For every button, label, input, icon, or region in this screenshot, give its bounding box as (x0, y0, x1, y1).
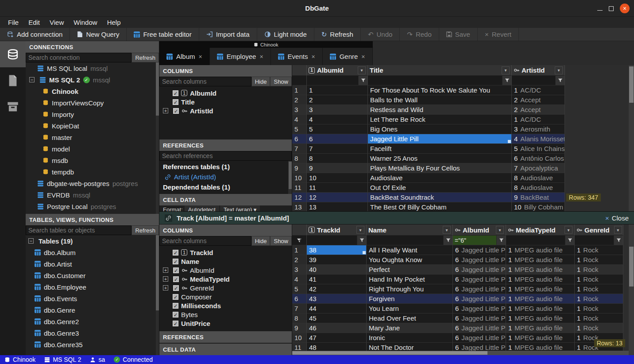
checkbox-checked-icon[interactable]: ✓ (173, 276, 179, 282)
revert-button[interactable]: × Revert (478, 28, 519, 41)
grid-cell[interactable]: Ironic (367, 333, 453, 343)
menu-file[interactable]: File (4, 18, 23, 27)
grid-cell[interactable]: Head Over Feet (367, 314, 453, 323)
grid-cell[interactable]: 1Rock (575, 294, 623, 304)
grid-cell[interactable]: 10 (307, 173, 368, 183)
filter-icon[interactable] (496, 236, 506, 245)
grid-cell[interactable]: 6Jagged Little Pill (453, 284, 506, 294)
search-columns-input[interactable] (159, 236, 251, 246)
grid-cell[interactable]: Warner 25 Anos (368, 154, 512, 163)
close-icon[interactable]: × (311, 53, 315, 60)
import-data-button[interactable]: Import data (199, 28, 257, 41)
grid-cell[interactable]: 12 (307, 193, 368, 202)
save-button[interactable]: Save (439, 28, 478, 41)
track-grid-hscrollbar[interactable] (292, 351, 629, 355)
column-header-trackid[interactable]: 1 TrackId ▾ (307, 225, 367, 236)
filter-albumid-input[interactable] (307, 76, 358, 85)
column-header-title[interactable]: Title ▾ (368, 65, 512, 76)
table-item[interactable]: dbo.Artist (26, 258, 159, 270)
grid-cell[interactable]: You Learn (367, 304, 453, 314)
table-item[interactable]: dbo.Genre3 (26, 327, 159, 339)
grid-cell[interactable]: 7Apocalyptica (512, 163, 565, 173)
hide-button[interactable]: Hide (251, 77, 271, 86)
column-header-artistid[interactable]: ArtistId ▾ (512, 65, 565, 76)
reference-link-track[interactable]: Track (AlbumId) (159, 192, 292, 194)
table-item[interactable]: dbo.Customer (26, 270, 159, 281)
grid-cell[interactable]: 6Jagged Little Pill (453, 245, 506, 255)
grid-cell[interactable]: BackBeat Soundtrack (368, 193, 512, 202)
grid-cell[interactable]: 40 (307, 265, 367, 275)
column-item[interactable]: ✓Bytes (159, 310, 292, 319)
grid-cell[interactable]: 43 (307, 294, 367, 304)
add-connection-button[interactable]: Add connection (0, 28, 70, 41)
column-header-albumid[interactable]: 1 AlbumId ▾ (307, 65, 368, 76)
grid-cell[interactable]: Plays Metallica By Four Cellos (368, 163, 512, 173)
connection-item[interactable]: EVRDB mssql (26, 189, 159, 201)
grid-cell[interactable]: Perfect (367, 265, 453, 275)
database-item[interactable]: Importy (26, 108, 159, 120)
column-header-mediatypeid[interactable]: MediaTypeId ▾ (506, 225, 575, 236)
column-item[interactable]: +✓MediaTypeId (159, 275, 292, 283)
grid-cell[interactable]: 11 (307, 183, 368, 193)
grid-cell[interactable]: Right Through You (367, 284, 453, 294)
grid-cell[interactable]: 1Rock (575, 275, 623, 284)
grid-cell[interactable]: 5 (307, 124, 368, 134)
free-table-editor-button[interactable]: Free table editor (127, 28, 199, 41)
grid-cell[interactable]: Not The Doctor (367, 343, 453, 351)
search-tables-input[interactable] (26, 225, 131, 235)
tables-root[interactable]: − Tables (19) (26, 235, 159, 247)
grid-cell[interactable]: 1MPEG audio file (506, 343, 575, 351)
grid-cell[interactable]: 1Rock (575, 265, 623, 275)
grid-cell[interactable]: Restless and Wild (368, 105, 512, 115)
grid-cell[interactable]: Mary Jane (367, 323, 453, 333)
grid-cell[interactable]: 9 (307, 163, 368, 173)
column-item[interactable]: ✓UnitPrice (159, 319, 292, 328)
grid-cell[interactable]: 1MPEG audio file (506, 323, 575, 333)
new-query-button[interactable]: New Query (70, 28, 127, 41)
menu-view[interactable]: View (45, 18, 68, 27)
grid-cell[interactable]: The Best Of Billy Cobham (368, 202, 512, 211)
expand-icon[interactable]: + (163, 285, 168, 290)
database-item[interactable]: msdb (26, 155, 159, 166)
database-item[interactable]: tempdb (26, 166, 159, 178)
grid-cell[interactable]: 2Accept (512, 105, 565, 115)
grid-cell[interactable]: 8 (307, 154, 368, 163)
checkbox-checked-icon[interactable]: ✓ (173, 90, 178, 96)
grid-cell[interactable]: 1MPEG audio file (506, 333, 575, 343)
grid-cell[interactable]: Audioslave (368, 173, 512, 183)
selected-grid-cell[interactable]: Jagged Little Pill (368, 134, 512, 144)
grid-cell[interactable]: 8Audioslave (512, 173, 565, 183)
expand-icon[interactable]: + (163, 108, 168, 113)
grid-cell[interactable]: 3 (307, 105, 368, 115)
column-item[interactable]: +✓GenreId (159, 283, 292, 292)
close-button[interactable]: × (620, 4, 630, 13)
grid-cell[interactable]: You Oughta Know (367, 255, 453, 265)
table-item[interactable]: dbo.Events (26, 293, 159, 304)
grid-cell[interactable]: 6Jagged Little Pill (453, 265, 506, 275)
grid-cell[interactable]: Facelift (368, 144, 512, 154)
column-item[interactable]: ✓Composer (159, 292, 292, 301)
column-item[interactable]: ✓ 1 AlbumId (159, 89, 292, 97)
grid-cell[interactable]: 44 (307, 304, 367, 314)
grid-cell[interactable]: 2 (307, 95, 368, 105)
grid-cell[interactable]: 6Antônio Carlos Jobim (512, 154, 565, 163)
chevron-down-icon[interactable]: ▾ (443, 226, 451, 234)
column-item[interactable]: ✓1TrackId (159, 248, 292, 257)
column-item[interactable]: + ✓ ArtistId (159, 106, 292, 115)
grid-cell[interactable]: 46 (307, 323, 367, 333)
grid-cell[interactable]: 3Aerosmith (512, 124, 565, 134)
grid-cell[interactable]: 1MPEG audio file (506, 255, 575, 265)
grid-cell[interactable]: 8Audioslave (512, 183, 565, 193)
checkbox-checked-icon[interactable]: ✓ (173, 285, 179, 291)
reference-link-artist[interactable]: Artist (ArtistId) (159, 172, 292, 182)
grid-cell[interactable]: 6Jagged Little Pill (453, 255, 506, 265)
menu-help[interactable]: Help (103, 18, 125, 27)
grid-cell[interactable]: 1MPEG audio file (506, 275, 575, 284)
show-button[interactable]: Show (270, 236, 292, 246)
rail-files-item[interactable] (0, 67, 26, 93)
grid-cell[interactable]: 6Jagged Little Pill (453, 275, 506, 284)
grid-cell[interactable]: 1Rock (575, 245, 623, 255)
grid-cell[interactable]: 45 (307, 314, 367, 323)
show-button[interactable]: Show (270, 77, 292, 86)
grid-cell[interactable]: Balls to the Wall (368, 95, 512, 105)
